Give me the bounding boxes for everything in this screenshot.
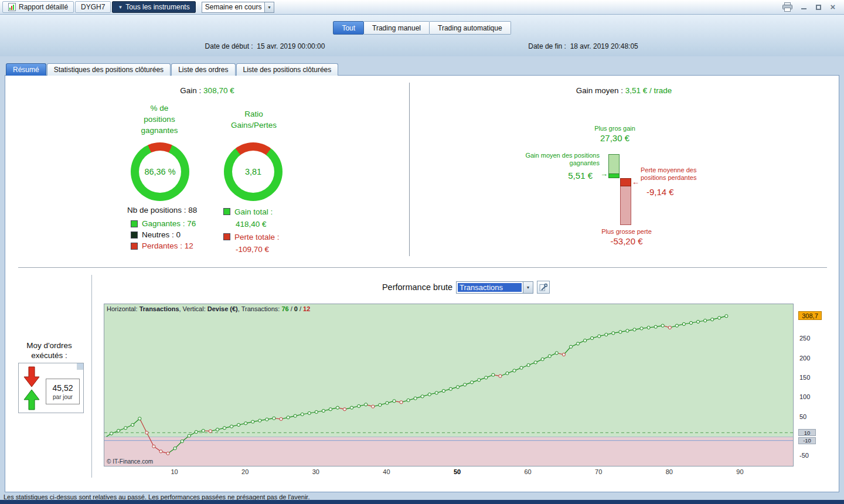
main-panel: Gain : 308,70 € % de positions gagnantes… [5, 75, 839, 492]
tab-resume[interactable]: Résumé [6, 63, 46, 76]
y-axis: 25020015010050-50308,710-10 [794, 76, 839, 492]
tab-liste-ordres[interactable]: Liste des ordres [171, 63, 235, 76]
biggest-gain-label: Plus gros gain [568, 125, 662, 132]
avg-gain-bar [608, 173, 620, 178]
all-instruments-tab[interactable]: ▼ Tous les instruments [112, 1, 195, 13]
legend-row-perdantes: Perdantes : 12 [131, 240, 196, 251]
x-axis-label: 60 [519, 468, 537, 475]
performance-metric-select[interactable]: Transactions ▼ [456, 281, 533, 294]
maximize-button[interactable] [814, 3, 822, 11]
perdantes-swatch [131, 243, 138, 250]
performance-divider [91, 275, 92, 478]
instrument-tab-label: DYGH7 [81, 3, 105, 11]
current-value-badge: 308,7 [798, 311, 822, 320]
plot-header-segment: Transactions [139, 305, 179, 312]
avg-win-label: Gain moyen des positions gagnantes [503, 152, 600, 167]
minimize-icon [801, 5, 806, 9]
neutres-swatch [131, 231, 138, 239]
biggest-loss-value: -53,20 € [588, 236, 665, 246]
chevron-down-icon: ▼ [118, 5, 122, 10]
x-axis-label: 20 [236, 468, 254, 475]
period-select-value: Semaine en cours [202, 3, 265, 11]
minimize-button[interactable] [799, 3, 808, 11]
gagnantes-swatch [131, 220, 138, 227]
biggest-loss-label: Plus grosse perte [588, 228, 665, 235]
positions-legend: Gagnantes : 76 Neutres : 0 Perdantes : 1… [131, 218, 196, 251]
date-start-value: 15 avr. 2019 00:00:00 [257, 42, 325, 50]
tab-liste-positions[interactable]: Liste des positions clôturées [236, 63, 339, 76]
plot-header-segment: / [298, 305, 303, 312]
donut2-title-line: Ratio [192, 108, 316, 120]
period-select[interactable]: Semaine en cours ▼ [202, 2, 274, 13]
plot-header-segment: / [289, 305, 294, 312]
winning-positions-donut: 86,36 % [131, 142, 189, 201]
performance-metric-value: Transactions [458, 283, 522, 292]
date-start: Date de début : 15 avr. 2019 00:00:00 [205, 42, 325, 50]
avg-loss-label: Perte moyenne des positions perdantes [641, 166, 729, 182]
gain-value: 308,70 € [203, 86, 234, 95]
tab-tout[interactable]: Tout [333, 21, 364, 35]
avg-loss-label-line: Perte moyenne des [641, 166, 729, 174]
view-tabs: Tout Trading manuel Trading automatique [0, 21, 844, 35]
x-axis-label: 10 [166, 468, 183, 475]
card-fold [77, 363, 83, 370]
avg-orders-value: 45,52 [52, 383, 73, 393]
combo-arrow-icon[interactable]: ▼ [523, 282, 533, 293]
y-axis-label: 100 [799, 393, 810, 400]
date-start-label: Date de début : [205, 42, 253, 50]
performance-chart[interactable]: Horizontal: Transactions, Vertical: Devi… [104, 304, 794, 466]
avg-win-value: 5,51 € [514, 171, 593, 181]
y-axis-label: 150 [799, 374, 810, 381]
avg-orders-label: Moy d'ordres exécutés : [5, 340, 93, 360]
gain-moyen-line: Gain moyen : 3,51 € / trade [409, 86, 839, 95]
report-icon [8, 3, 16, 11]
period-select-arrow-icon[interactable]: ▼ [264, 2, 273, 12]
perdantes-label: Perdantes : 12 [142, 241, 193, 250]
y-axis-label: 250 [799, 335, 810, 342]
maximize-icon [816, 5, 821, 10]
performance-header: Performance brute Transactions ▼ [5, 281, 839, 294]
donut2-title: Ratio Gains/Pertes [192, 108, 316, 131]
tab-trading-manuel[interactable]: Trading manuel [364, 21, 430, 35]
avg-orders-card: 45,52 par jour [18, 363, 84, 413]
window-controls: × [782, 2, 842, 12]
instrument-tab-dygh7[interactable]: DYGH7 [75, 1, 111, 13]
header: Tout Trading manuel Trading automatique … [0, 15, 844, 56]
perte-totale-row: Perte totale : [223, 231, 280, 243]
gain-total-line: Gain : 308,70 € [5, 86, 409, 95]
buy-arrow-icon [23, 389, 40, 412]
nb-positions: Nb de positions : 88 [127, 206, 197, 214]
plot-header: Horizontal: Transactions, Vertical: Devi… [107, 305, 310, 312]
donut2-title-line: Gains/Pertes [192, 120, 316, 131]
threshold-badge: 10 [798, 429, 816, 436]
perte-totale-value: -109,70 € [223, 243, 280, 256]
wrench-icon [539, 283, 547, 291]
gain-loss-ratio-value: 3,81 [232, 151, 274, 193]
chart-settings-button[interactable] [537, 281, 550, 294]
titlebar: Rapport détaillé DYGH7 ▼ Tous les instru… [0, 0, 844, 15]
gain-label: Gain : [180, 86, 201, 95]
gagnantes-label: Gagnantes : 76 [142, 219, 196, 228]
tab-trading-automatique[interactable]: Trading automatique [430, 21, 511, 35]
perte-totale-label: Perte totale : [234, 233, 280, 241]
tab-statistiques[interactable]: Statistiques des positions clôturées [47, 63, 171, 76]
avg-loss-arrow-icon: ← [632, 178, 639, 186]
report-tab[interactable]: Rapport détaillé [2, 1, 74, 13]
avg-loss-bar [620, 178, 631, 186]
avg-orders-label-line: exécutés : [5, 350, 93, 360]
gain-total-swatch [223, 208, 230, 215]
y-axis-label: 200 [799, 355, 810, 362]
gain-total-row: Gain total : [223, 206, 280, 217]
plot-header-segment: , Vertical: [179, 305, 207, 312]
summary-divider [409, 83, 410, 256]
print-button[interactable] [782, 2, 793, 12]
close-button[interactable]: × [829, 3, 837, 11]
equity-curve [104, 304, 793, 466]
avg-loss-value: -9,14 € [646, 187, 674, 197]
avg-win-label-line: Gain moyen des positions [503, 152, 600, 159]
performance-title: Performance brute [382, 282, 452, 292]
neutres-label: Neutres : 0 [142, 230, 181, 239]
date-end-label: Date de fin : [528, 42, 566, 50]
perte-totale-swatch [223, 233, 230, 240]
x-axis-label: 30 [307, 468, 325, 475]
